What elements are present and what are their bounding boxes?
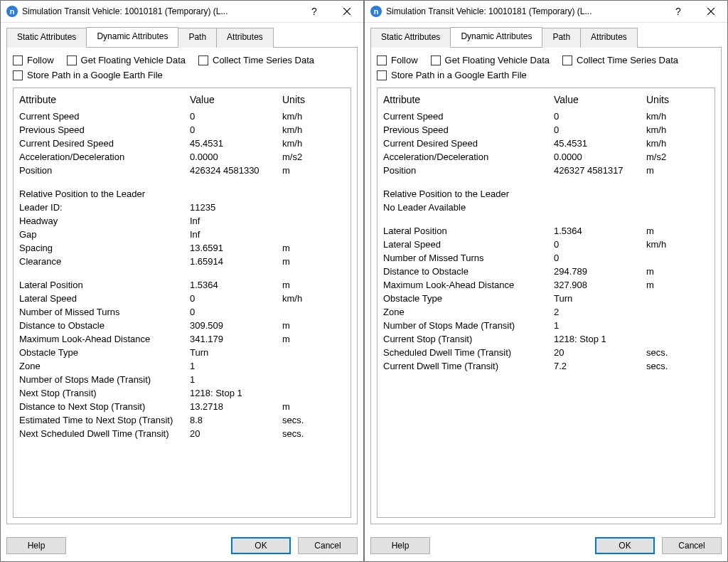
attr-units: km/h: [282, 123, 345, 137]
attributes-panel: AttributeValueUnitsCurrent Speed0km/hPre…: [13, 88, 351, 518]
attr-units: [646, 332, 709, 346]
attr-units: [282, 187, 345, 201]
attr-units: m: [282, 400, 345, 413]
attr-units: m: [282, 332, 345, 346]
checkbox-icon: [198, 55, 208, 65]
check-collect[interactable]: Collect Time Series Data: [198, 55, 314, 65]
attr-units: [282, 386, 345, 400]
table-row: Number of Missed Turns0: [383, 251, 709, 265]
attr-units: m: [646, 164, 709, 177]
attr-value: 1.5364: [190, 278, 282, 292]
check-floating[interactable]: Get Floating Vehicle Data: [431, 55, 550, 65]
attr-name: Spacing: [19, 241, 190, 255]
attr-value: 0.0000: [190, 150, 282, 164]
attr-units: m: [282, 319, 345, 332]
header-units: Units: [282, 91, 345, 110]
attr-value: 1: [554, 319, 646, 332]
tab-static-attributes[interactable]: Static Attributes: [6, 28, 87, 48]
attr-units: km/h: [646, 110, 709, 123]
attr-units: km/h: [282, 110, 345, 123]
table-row: Zone1: [19, 359, 345, 373]
table-row: Obstacle TypeTurn: [19, 346, 345, 359]
tab-attributes[interactable]: Attributes: [216, 28, 274, 48]
table-row: Current Desired Speed45.4531km/h: [19, 137, 345, 150]
attr-units: m: [646, 278, 709, 292]
attr-units: km/h: [646, 137, 709, 150]
check-row: Store Path in a Google Earth File: [13, 68, 351, 83]
attr-name: Obstacle Type: [383, 292, 554, 305]
attr-name: Zone: [19, 359, 190, 373]
check-collect[interactable]: Collect Time Series Data: [562, 55, 678, 65]
check-store[interactable]: Store Path in a Google Earth File: [377, 70, 527, 80]
tab-attributes[interactable]: Attributes: [580, 28, 638, 48]
attr-units: m: [282, 255, 345, 268]
attr-value: [554, 187, 646, 201]
attr-units: secs.: [646, 359, 709, 373]
tab-static-attributes[interactable]: Static Attributes: [370, 28, 451, 48]
table-row: Distance to Obstacle309.509m: [19, 319, 345, 332]
table-row: Number of Stops Made (Transit)1: [383, 319, 709, 332]
tab-content: FollowGet Floating Vehicle DataCollect T…: [6, 47, 358, 524]
attr-value: 2: [554, 305, 646, 319]
attr-units: km/h: [646, 123, 709, 137]
attr-units: [646, 319, 709, 332]
dialog-window: nSimulation Transit Vehicle: 10010181 (T…: [0, 0, 364, 562]
table-row: Spacing13.6591m: [19, 241, 345, 255]
attr-name: Number of Stops Made (Transit): [383, 319, 554, 332]
table-row: Relative Position to the Leader: [383, 187, 709, 201]
ok-button[interactable]: OK: [595, 537, 655, 554]
attributes-table: AttributeValueUnitsCurrent Speed0km/hPre…: [383, 91, 709, 373]
cancel-button[interactable]: Cancel: [298, 537, 358, 554]
attr-value: 1: [190, 373, 282, 386]
attr-value: 45.4531: [554, 137, 646, 150]
attr-value: Turn: [190, 346, 282, 359]
help-button[interactable]: Help: [370, 537, 430, 554]
attr-name: Zone: [383, 305, 554, 319]
titlebar-close-button[interactable]: [695, 1, 727, 22]
attr-value: 45.4531: [190, 137, 282, 150]
check-store[interactable]: Store Path in a Google Earth File: [13, 70, 163, 80]
titlebar-close-button[interactable]: [331, 1, 363, 22]
attr-name: Lateral Speed: [383, 238, 554, 251]
titlebar-help-button[interactable]: ?: [662, 1, 695, 22]
tab-dynamic-attributes[interactable]: Dynamic Attributes: [450, 27, 542, 47]
tab-path[interactable]: Path: [542, 28, 581, 48]
app-icon: n: [6, 6, 18, 17]
cancel-button[interactable]: Cancel: [662, 537, 722, 554]
attr-units: secs.: [282, 427, 345, 440]
header-units: Units: [646, 91, 709, 110]
ok-button[interactable]: OK: [231, 537, 291, 554]
attr-units: [646, 292, 709, 305]
table-row: Scheduled Dwell Time (Transit)20secs.: [383, 346, 709, 359]
titlebar-help-button[interactable]: ?: [298, 1, 331, 22]
attr-units: km/h: [282, 137, 345, 150]
header-value: Value: [190, 91, 282, 110]
table-row: Next Stop (Transit)1218: Stop 1: [19, 386, 345, 400]
check-floating[interactable]: Get Floating Vehicle Data: [67, 55, 186, 65]
check-follow[interactable]: Follow: [13, 55, 54, 65]
attr-value: 1: [190, 359, 282, 373]
tab-path[interactable]: Path: [178, 28, 217, 48]
attr-value: Inf: [190, 228, 282, 241]
close-icon: [343, 8, 350, 15]
table-row: Distance to Next Stop (Transit)13.2718m: [19, 400, 345, 413]
check-follow[interactable]: Follow: [377, 55, 418, 65]
attr-name: Current Dwell Time (Transit): [383, 359, 554, 373]
table-row: Lateral Position1.5364m: [383, 224, 709, 238]
attr-units: m: [282, 278, 345, 292]
header-attribute: Attribute: [19, 91, 190, 110]
attr-name: Current Desired Speed: [19, 137, 190, 150]
window-title: Simulation Transit Vehicle: 10010181 (Te…: [22, 6, 298, 16]
attr-units: m: [646, 265, 709, 278]
attr-units: [282, 228, 345, 241]
attr-name: Next Stop (Transit): [19, 386, 190, 400]
attr-units: [282, 373, 345, 386]
dialog-body: Static AttributesDynamic AttributesPathA…: [1, 23, 363, 530]
dialog-footer: HelpOKCancel: [365, 530, 727, 561]
table-row: Zone2: [383, 305, 709, 319]
tab-dynamic-attributes[interactable]: Dynamic Attributes: [86, 27, 178, 47]
attr-units: m/s2: [282, 150, 345, 164]
spacer-row: [383, 177, 709, 187]
checkbox-icon: [431, 55, 441, 65]
help-button[interactable]: Help: [6, 537, 66, 554]
